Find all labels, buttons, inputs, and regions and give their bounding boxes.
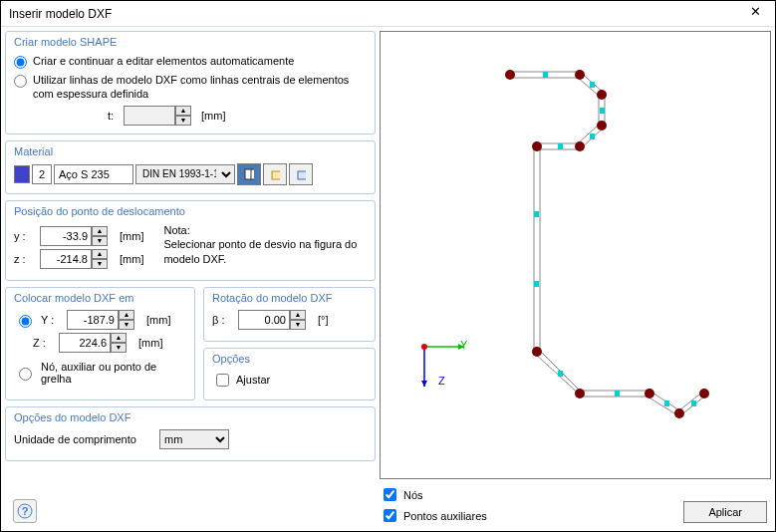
svg-rect-21 bbox=[534, 281, 539, 287]
group-placement-title: Colocar modelo DXF em bbox=[14, 292, 186, 304]
t-unit: [mm] bbox=[201, 110, 225, 122]
svg-point-9 bbox=[532, 141, 542, 151]
nodes-label: Nós bbox=[403, 489, 423, 501]
t-input bbox=[124, 106, 175, 126]
beta-up[interactable]: ▲ bbox=[290, 310, 306, 320]
place-z-up[interactable]: ▲ bbox=[111, 333, 127, 343]
radio-centerlines[interactable] bbox=[14, 75, 27, 88]
dxf-shape-icon bbox=[381, 32, 759, 450]
group-options: Opções Ajustar bbox=[203, 348, 376, 400]
help-icon: ? bbox=[17, 503, 33, 519]
svg-text:?: ? bbox=[22, 505, 29, 517]
group-dxf-options-title: Opções do modelo DXF bbox=[14, 411, 367, 423]
beta-input[interactable] bbox=[238, 310, 290, 330]
svg-point-8 bbox=[575, 141, 585, 151]
svg-point-5 bbox=[575, 70, 585, 80]
place-z-input[interactable] bbox=[59, 333, 111, 353]
group-rotation: Rotação do modelo DXF β : ▲▼ [°] bbox=[203, 287, 376, 342]
group-shape-title: Criar modelo SHAPE bbox=[14, 36, 367, 48]
edit-material-button[interactable] bbox=[289, 163, 313, 185]
group-shape: Criar modelo SHAPE Criar e continuar a e… bbox=[5, 31, 376, 134]
disp-y-down[interactable]: ▼ bbox=[92, 236, 108, 246]
svg-rect-18 bbox=[590, 133, 595, 139]
window-title: Inserir modelo DXF bbox=[9, 7, 743, 21]
new-material-button[interactable] bbox=[263, 163, 287, 185]
place-y-input[interactable] bbox=[67, 310, 119, 330]
disp-y-up[interactable]: ▲ bbox=[92, 226, 108, 236]
material-norm-select[interactable]: DIN EN 1993-1-1 bbox=[135, 164, 235, 184]
radio-auto-label: Criar e continuar a editar elementos aut… bbox=[33, 54, 367, 68]
svg-point-12 bbox=[645, 389, 654, 399]
help-button[interactable]: ? bbox=[13, 499, 37, 523]
close-button[interactable]: ✕ bbox=[743, 4, 767, 24]
axis-y-label: Y bbox=[460, 339, 467, 351]
svg-rect-25 bbox=[691, 400, 696, 406]
place-y-unit: [mm] bbox=[146, 314, 170, 326]
svg-rect-23 bbox=[615, 391, 620, 397]
place-z-down[interactable]: ▼ bbox=[111, 343, 127, 353]
svg-rect-17 bbox=[600, 108, 605, 114]
disp-note: Nota: Selecionar ponto de desvio na figu… bbox=[163, 223, 367, 272]
disp-z-input[interactable] bbox=[40, 249, 92, 269]
svg-point-30 bbox=[421, 344, 427, 350]
disp-z-down[interactable]: ▼ bbox=[92, 259, 108, 269]
group-material: Material 2 Aço S 235 DIN EN 1993-1-1 bbox=[5, 140, 376, 194]
svg-rect-15 bbox=[543, 72, 548, 78]
svg-rect-24 bbox=[664, 400, 669, 406]
disp-z-unit: [mm] bbox=[120, 253, 143, 265]
group-displacement: Posição do ponto de deslocamento y : ▲▼ … bbox=[5, 200, 376, 281]
radio-centerlines-label: Utilizar linhas de modelo DXF como linha… bbox=[33, 73, 367, 102]
group-dxf-options: Opções do modelo DXF Unidade de comprime… bbox=[5, 406, 376, 461]
material-color-swatch[interactable] bbox=[14, 165, 30, 183]
t-spin-up: ▲ bbox=[175, 106, 191, 116]
disp-y-unit: [mm] bbox=[120, 230, 143, 242]
axis-z-label: Z bbox=[438, 375, 445, 387]
material-number[interactable]: 2 bbox=[32, 164, 52, 184]
group-displacement-title: Posição do ponto de deslocamento bbox=[14, 205, 367, 217]
length-unit-select[interactable]: mm bbox=[159, 429, 229, 449]
place-z-unit: [mm] bbox=[138, 337, 162, 349]
disp-note-label: Nota: bbox=[163, 223, 367, 238]
disp-z-label: z : bbox=[14, 253, 34, 265]
radio-auto-elements[interactable] bbox=[14, 56, 27, 69]
svg-rect-22 bbox=[558, 371, 563, 377]
group-placement: Colocar modelo DXF em Y : ▲▼ [mm] Z : bbox=[5, 287, 195, 400]
svg-point-7 bbox=[597, 121, 607, 131]
disp-y-input[interactable] bbox=[40, 226, 92, 246]
group-options-title: Opções bbox=[212, 353, 367, 365]
apply-button[interactable]: Aplicar bbox=[683, 501, 767, 523]
nodes-checkbox[interactable] bbox=[384, 488, 396, 501]
place-y-label: Y : bbox=[41, 314, 61, 326]
svg-point-4 bbox=[505, 70, 515, 80]
beta-down[interactable]: ▼ bbox=[290, 320, 306, 330]
place-y-up[interactable]: ▲ bbox=[119, 310, 134, 320]
t-spin-down: ▼ bbox=[175, 116, 191, 126]
svg-point-10 bbox=[532, 347, 542, 357]
adjust-label: Ajustar bbox=[236, 374, 270, 386]
radio-place-yz[interactable] bbox=[19, 315, 32, 328]
beta-unit: [°] bbox=[318, 314, 329, 326]
svg-rect-20 bbox=[534, 211, 539, 217]
svg-rect-16 bbox=[590, 82, 595, 88]
radio-place-node-label: Nó, auxiliar ou ponto de grelha bbox=[41, 361, 186, 385]
svg-rect-0 bbox=[245, 169, 254, 179]
group-material-title: Material bbox=[14, 145, 367, 157]
svg-point-11 bbox=[575, 389, 585, 399]
disp-y-label: y : bbox=[14, 230, 34, 242]
svg-point-6 bbox=[597, 90, 607, 100]
svg-rect-3 bbox=[298, 171, 306, 179]
adjust-checkbox[interactable] bbox=[216, 374, 229, 387]
place-y-down[interactable]: ▼ bbox=[119, 320, 134, 330]
preview-canvas[interactable]: Y Z bbox=[380, 31, 771, 479]
titlebar: Inserir modelo DXF ✕ bbox=[1, 1, 775, 27]
svg-rect-19 bbox=[558, 143, 563, 149]
library-button[interactable] bbox=[237, 163, 261, 185]
disp-z-up[interactable]: ▲ bbox=[92, 249, 108, 259]
material-name[interactable]: Aço S 235 bbox=[54, 164, 133, 184]
length-unit-label: Unidade de comprimento bbox=[14, 433, 153, 445]
radio-place-node[interactable] bbox=[19, 368, 32, 381]
disp-note-text: Selecionar ponto de desvio na figura do … bbox=[163, 237, 367, 267]
svg-rect-2 bbox=[272, 171, 280, 179]
svg-point-14 bbox=[699, 389, 709, 399]
beta-label: β : bbox=[212, 314, 232, 326]
